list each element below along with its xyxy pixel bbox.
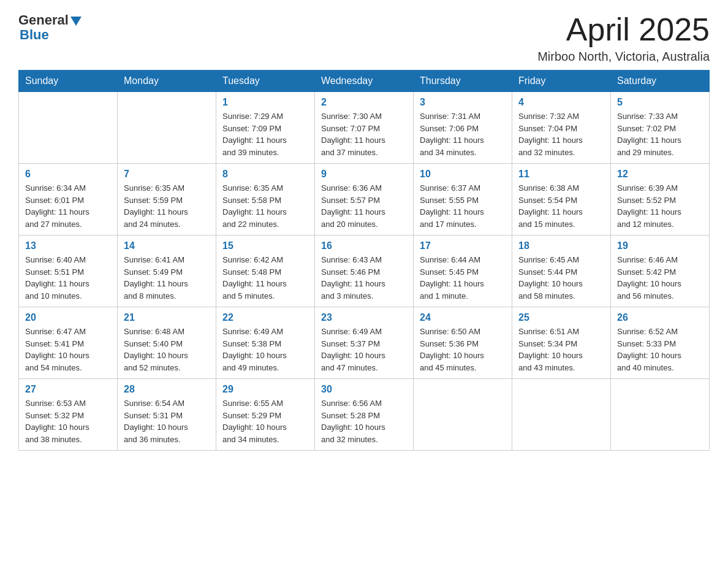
day-detail: Sunrise: 6:48 AM Sunset: 5:40 PM Dayligh… [124, 326, 210, 373]
month-year-title: April 2025 [537, 12, 710, 47]
day-number: 6 [25, 169, 111, 180]
day-detail: Sunrise: 6:55 AM Sunset: 5:29 PM Dayligh… [222, 397, 308, 445]
page-header: General Blue April 2025 Mirboo North, Vi… [18, 12, 710, 64]
calendar-cell: 21Sunrise: 6:48 AM Sunset: 5:40 PM Dayli… [118, 307, 216, 379]
calendar-cell: 20Sunrise: 6:47 AM Sunset: 5:41 PM Dayli… [19, 307, 118, 379]
day-number: 7 [124, 169, 210, 180]
day-number: 12 [617, 169, 703, 180]
day-detail: Sunrise: 6:38 AM Sunset: 5:54 PM Dayligh… [518, 182, 604, 230]
day-detail: Sunrise: 6:51 AM Sunset: 5:34 PM Dayligh… [518, 326, 604, 373]
day-number: 8 [222, 169, 308, 180]
day-number: 3 [420, 97, 506, 108]
calendar-cell: 14Sunrise: 6:41 AM Sunset: 5:49 PM Dayli… [118, 236, 216, 307]
logo: General Blue [18, 12, 82, 43]
day-number: 29 [222, 384, 308, 395]
day-number: 4 [518, 97, 604, 108]
calendar-cell: 10Sunrise: 6:37 AM Sunset: 5:55 PM Dayli… [414, 164, 512, 236]
calendar-cell: 15Sunrise: 6:42 AM Sunset: 5:48 PM Dayli… [216, 236, 315, 307]
day-detail: Sunrise: 6:37 AM Sunset: 5:55 PM Dayligh… [420, 182, 506, 230]
day-number: 24 [420, 312, 506, 323]
weekday-header-monday: Monday [118, 71, 216, 92]
calendar-cell: 27Sunrise: 6:53 AM Sunset: 5:32 PM Dayli… [19, 379, 118, 451]
weekday-header-saturday: Saturday [611, 71, 710, 92]
day-number: 30 [321, 384, 407, 395]
logo-line1: General [18, 12, 82, 28]
day-number: 17 [420, 240, 506, 251]
calendar-cell: 26Sunrise: 6:52 AM Sunset: 5:33 PM Dayli… [611, 307, 710, 379]
logo-triangle-icon [70, 17, 82, 26]
calendar-cell: 19Sunrise: 6:46 AM Sunset: 5:42 PM Dayli… [611, 236, 710, 307]
day-detail: Sunrise: 6:46 AM Sunset: 5:42 PM Dayligh… [617, 254, 703, 302]
calendar-cell [611, 379, 710, 451]
calendar-cell [19, 92, 118, 164]
calendar-cell: 25Sunrise: 6:51 AM Sunset: 5:34 PM Dayli… [512, 307, 611, 379]
day-number: 5 [617, 97, 703, 108]
title-block: April 2025 Mirboo North, Victoria, Austr… [537, 12, 710, 64]
calendar-week-row: 1Sunrise: 7:29 AM Sunset: 7:09 PM Daylig… [19, 92, 710, 164]
day-number: 11 [518, 169, 604, 180]
day-number: 2 [321, 97, 407, 108]
calendar-table: SundayMondayTuesdayWednesdayThursdayFrid… [18, 70, 710, 451]
day-detail: Sunrise: 6:49 AM Sunset: 5:37 PM Dayligh… [321, 326, 407, 373]
day-number: 13 [25, 240, 111, 251]
weekday-header-tuesday: Tuesday [216, 71, 315, 92]
day-detail: Sunrise: 6:54 AM Sunset: 5:31 PM Dayligh… [124, 397, 210, 445]
calendar-cell [414, 379, 512, 451]
day-number: 16 [321, 240, 407, 251]
calendar-cell: 30Sunrise: 6:56 AM Sunset: 5:28 PM Dayli… [315, 379, 414, 451]
day-detail: Sunrise: 6:44 AM Sunset: 5:45 PM Dayligh… [420, 254, 506, 302]
calendar-cell: 11Sunrise: 6:38 AM Sunset: 5:54 PM Dayli… [512, 164, 611, 236]
day-number: 26 [617, 312, 703, 323]
day-detail: Sunrise: 6:41 AM Sunset: 5:49 PM Dayligh… [124, 254, 210, 302]
day-detail: Sunrise: 6:50 AM Sunset: 5:36 PM Dayligh… [420, 326, 506, 373]
calendar-week-row: 27Sunrise: 6:53 AM Sunset: 5:32 PM Dayli… [19, 379, 710, 451]
day-detail: Sunrise: 6:35 AM Sunset: 5:59 PM Dayligh… [124, 182, 210, 230]
calendar-cell: 12Sunrise: 6:39 AM Sunset: 5:52 PM Dayli… [611, 164, 710, 236]
calendar-cell [118, 92, 216, 164]
calendar-cell: 9Sunrise: 6:36 AM Sunset: 5:57 PM Daylig… [315, 164, 414, 236]
day-detail: Sunrise: 6:47 AM Sunset: 5:41 PM Dayligh… [25, 326, 111, 373]
calendar-cell: 22Sunrise: 6:49 AM Sunset: 5:38 PM Dayli… [216, 307, 315, 379]
logo-blue-text: Blue [20, 27, 49, 43]
day-number: 1 [222, 97, 308, 108]
calendar-cell: 6Sunrise: 6:34 AM Sunset: 6:01 PM Daylig… [19, 164, 118, 236]
day-number: 14 [124, 240, 210, 251]
day-detail: Sunrise: 6:39 AM Sunset: 5:52 PM Dayligh… [617, 182, 703, 230]
day-detail: Sunrise: 7:29 AM Sunset: 7:09 PM Dayligh… [222, 110, 308, 158]
calendar-cell: 1Sunrise: 7:29 AM Sunset: 7:09 PM Daylig… [216, 92, 315, 164]
day-number: 19 [617, 240, 703, 251]
day-detail: Sunrise: 6:49 AM Sunset: 5:38 PM Dayligh… [222, 326, 308, 373]
calendar-cell: 8Sunrise: 6:35 AM Sunset: 5:58 PM Daylig… [216, 164, 315, 236]
day-detail: Sunrise: 6:42 AM Sunset: 5:48 PM Dayligh… [222, 254, 308, 302]
calendar-cell: 18Sunrise: 6:45 AM Sunset: 5:44 PM Dayli… [512, 236, 611, 307]
day-detail: Sunrise: 6:40 AM Sunset: 5:51 PM Dayligh… [25, 254, 111, 302]
day-number: 28 [124, 384, 210, 395]
weekday-header-thursday: Thursday [414, 71, 512, 92]
day-detail: Sunrise: 6:36 AM Sunset: 5:57 PM Dayligh… [321, 182, 407, 230]
calendar-cell: 5Sunrise: 7:33 AM Sunset: 7:02 PM Daylig… [611, 92, 710, 164]
day-detail: Sunrise: 6:53 AM Sunset: 5:32 PM Dayligh… [25, 397, 111, 445]
day-number: 23 [321, 312, 407, 323]
day-number: 20 [25, 312, 111, 323]
day-detail: Sunrise: 6:43 AM Sunset: 5:46 PM Dayligh… [321, 254, 407, 302]
day-number: 21 [124, 312, 210, 323]
calendar-week-row: 6Sunrise: 6:34 AM Sunset: 6:01 PM Daylig… [19, 164, 710, 236]
day-detail: Sunrise: 7:33 AM Sunset: 7:02 PM Dayligh… [617, 110, 703, 158]
day-detail: Sunrise: 6:56 AM Sunset: 5:28 PM Dayligh… [321, 397, 407, 445]
day-number: 10 [420, 169, 506, 180]
calendar-week-row: 20Sunrise: 6:47 AM Sunset: 5:41 PM Dayli… [19, 307, 710, 379]
weekday-header-wednesday: Wednesday [315, 71, 414, 92]
location-subtitle: Mirboo North, Victoria, Australia [537, 50, 710, 64]
calendar-cell: 29Sunrise: 6:55 AM Sunset: 5:29 PM Dayli… [216, 379, 315, 451]
day-detail: Sunrise: 6:34 AM Sunset: 6:01 PM Dayligh… [25, 182, 111, 230]
day-detail: Sunrise: 6:45 AM Sunset: 5:44 PM Dayligh… [518, 254, 604, 302]
calendar-cell: 7Sunrise: 6:35 AM Sunset: 5:59 PM Daylig… [118, 164, 216, 236]
day-number: 9 [321, 169, 407, 180]
calendar-cell: 4Sunrise: 7:32 AM Sunset: 7:04 PM Daylig… [512, 92, 611, 164]
calendar-cell: 2Sunrise: 7:30 AM Sunset: 7:07 PM Daylig… [315, 92, 414, 164]
calendar-cell: 28Sunrise: 6:54 AM Sunset: 5:31 PM Dayli… [118, 379, 216, 451]
day-number: 27 [25, 384, 111, 395]
weekday-header-sunday: Sunday [19, 71, 118, 92]
day-number: 25 [518, 312, 604, 323]
calendar-cell: 17Sunrise: 6:44 AM Sunset: 5:45 PM Dayli… [414, 236, 512, 307]
